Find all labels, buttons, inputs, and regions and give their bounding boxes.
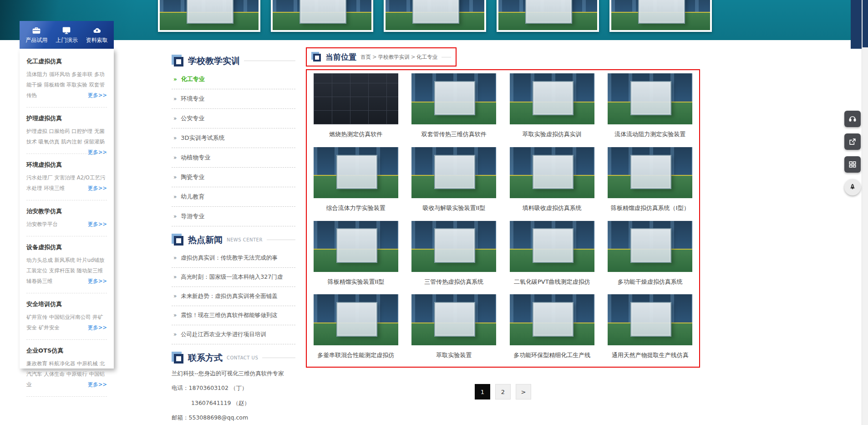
breadcrumb-link[interactable]: 首页 bbox=[360, 54, 371, 60]
more-link[interactable]: 更多>> bbox=[88, 147, 107, 158]
category-links[interactable]: 污水处理厂 灾害治理 A2/O工艺污水处理 环境三维 更多>> bbox=[26, 173, 107, 194]
category-link-text[interactable]: 治安教学平台 bbox=[26, 221, 58, 227]
category-title[interactable]: 企业OTS仿真 bbox=[26, 347, 107, 355]
share-button[interactable] bbox=[844, 133, 861, 150]
category-link-text[interactable]: 护理虚拟 口服给药 口腔护理 无菌技术 吸氧仿真 肌内注射 保留灌肠 bbox=[26, 128, 105, 145]
product-card[interactable]: 萃取实验虚拟仿真实训 bbox=[503, 71, 601, 145]
banner-thumbnail[interactable] bbox=[609, 0, 712, 32]
more-link[interactable]: 更多>> bbox=[88, 183, 107, 194]
news-item[interactable]: »虚拟仿真实训：传统教学无法完成的事 bbox=[172, 249, 295, 268]
category-links[interactable]: 矿井宣传 中国铝业河南公司 井矿安全 矿井安全 更多>> bbox=[26, 312, 107, 333]
product-caption[interactable]: 多功能环保型精细化工生产线 bbox=[513, 351, 590, 359]
product-image[interactable] bbox=[510, 294, 594, 345]
product-image[interactable] bbox=[411, 221, 496, 272]
scrollbar-thumb[interactable] bbox=[863, 0, 868, 47]
product-card[interactable]: 燃烧热测定仿真软件 bbox=[307, 71, 405, 145]
product-image[interactable] bbox=[411, 73, 496, 124]
product-card[interactable]: 填料吸收虚拟仿真系统 bbox=[503, 145, 601, 219]
category-title[interactable]: 设备虚拟仿真 bbox=[26, 243, 107, 251]
pagination-button[interactable]: 1 bbox=[475, 384, 490, 399]
menu-item[interactable]: »环境专业 bbox=[172, 89, 295, 109]
product-image[interactable] bbox=[510, 147, 594, 198]
banner-thumbnail[interactable] bbox=[384, 0, 486, 32]
product-card[interactable]: 多功能环保型精细化工生产线 bbox=[503, 292, 601, 366]
scrollbar[interactable] bbox=[862, 0, 868, 425]
news-item[interactable]: »未来新趋势：虚拟仿真实训将全面铺盖 bbox=[172, 287, 295, 306]
product-image[interactable] bbox=[314, 221, 398, 272]
product-image[interactable] bbox=[314, 294, 398, 345]
back-to-top-button[interactable] bbox=[844, 179, 861, 195]
product-caption[interactable]: 多功能干燥虚拟仿真系统 bbox=[618, 278, 683, 286]
category-links[interactable]: 廉政教育 科航净化器 中原机械 北汽汽车 人体生命 中原银行 中国铝业 更多>> bbox=[26, 358, 107, 390]
more-link[interactable]: 更多>> bbox=[88, 379, 107, 390]
product-caption[interactable]: 通用天然产物提取生产线仿真 bbox=[612, 351, 689, 359]
category-title[interactable]: 环境虚拟仿真 bbox=[26, 161, 107, 169]
product-image[interactable] bbox=[608, 294, 692, 345]
product-image[interactable] bbox=[608, 221, 692, 272]
product-card[interactable]: 萃取实验装置 bbox=[405, 292, 503, 366]
product-card[interactable]: 多釜串联混合性能测定虚拟仿 bbox=[307, 292, 405, 366]
product-card[interactable]: 通用天然产物提取生产线仿真 bbox=[601, 292, 700, 366]
news-item[interactable]: »高光时刻：国家级一流本科纳入327门虚 bbox=[172, 268, 295, 287]
pagination-button[interactable]: > bbox=[516, 384, 531, 399]
menu-item[interactable]: »公安专业 bbox=[172, 109, 295, 128]
category-title[interactable]: 化工虚拟仿真 bbox=[26, 57, 107, 66]
more-link[interactable]: 更多>> bbox=[88, 323, 107, 333]
category-links[interactable]: 护理虚拟 口服给药 口腔护理 无菌技术 吸氧仿真 肌内注射 保留灌肠 更多>> bbox=[26, 126, 107, 147]
product-caption[interactable]: 筛板精馏实验装置II型 bbox=[327, 278, 384, 286]
product-image[interactable] bbox=[314, 147, 398, 198]
menu-item[interactable]: »幼儿教育 bbox=[172, 187, 295, 207]
product-card[interactable]: 筛板精馏实验装置II型 bbox=[307, 219, 405, 292]
news-item[interactable]: »公司赴江西农业大学进行项目培训 bbox=[172, 325, 295, 344]
news-item[interactable]: »震惊！现在三维仿真软件都能够做到这 bbox=[172, 306, 295, 325]
product-card[interactable]: 二氧化碳PVT曲线测定虚拟仿 bbox=[503, 219, 601, 292]
banner-thumbnail[interactable] bbox=[497, 0, 599, 32]
category-title[interactable]: 安全培训仿真 bbox=[26, 300, 107, 308]
product-image[interactable] bbox=[608, 73, 692, 124]
product-trial-button[interactable]: 产品试用 bbox=[25, 26, 47, 44]
more-link[interactable]: 更多>> bbox=[88, 90, 107, 101]
product-card[interactable]: 流体流动阻力测定实验装置 bbox=[601, 71, 700, 145]
product-image[interactable] bbox=[608, 147, 692, 198]
product-caption[interactable]: 双套管传热三维仿真软件 bbox=[421, 130, 487, 138]
onsite-demo-button[interactable]: 上门演示 bbox=[56, 26, 77, 44]
banner-thumbnail[interactable] bbox=[158, 0, 260, 32]
product-caption[interactable]: 填料吸收虚拟仿真系统 bbox=[523, 204, 582, 212]
category-links[interactable]: 动力头总成 新风系统 叶片ud铺放 工装定位 支撑杆压装 随动架三维 辅卷扬三维… bbox=[26, 255, 107, 287]
product-caption[interactable]: 萃取实验虚拟仿真实训 bbox=[523, 130, 582, 138]
category-links[interactable]: 治安教学平台 更多>> bbox=[26, 219, 107, 230]
product-caption[interactable]: 流体流动阻力测定实验装置 bbox=[614, 130, 685, 138]
product-caption[interactable]: 燃烧热测定仿真软件 bbox=[329, 130, 382, 138]
product-caption[interactable]: 筛板精馏虚拟仿真系统（I型） bbox=[611, 204, 690, 212]
more-link[interactable]: 更多>> bbox=[88, 276, 107, 287]
product-caption[interactable]: 三管传热虚拟仿真系统 bbox=[424, 278, 483, 286]
product-card[interactable]: 综合流体力学实验装置 bbox=[307, 145, 405, 219]
category-title[interactable]: 护理虚拟仿真 bbox=[26, 114, 107, 123]
category-links[interactable]: 流体阻力 循环风动 多釜串联 多功能干燥 筛板精馏 萃取实验 双套管传热 更多>… bbox=[26, 69, 107, 101]
product-image[interactable] bbox=[411, 147, 496, 198]
product-caption[interactable]: 综合流体力学实验装置 bbox=[326, 204, 386, 212]
menu-item[interactable]: »化工专业 bbox=[172, 70, 295, 89]
menu-item[interactable]: »3D实训考试系统 bbox=[172, 128, 295, 148]
panel-button[interactable] bbox=[844, 156, 861, 173]
banner-thumbnail[interactable] bbox=[271, 0, 373, 32]
product-image[interactable] bbox=[510, 73, 594, 124]
menu-item[interactable]: »动植物专业 bbox=[172, 148, 295, 168]
product-card[interactable]: 筛板精馏虚拟仿真系统（I型） bbox=[601, 145, 700, 219]
product-card[interactable]: 吸收与解吸实验装置II型 bbox=[405, 145, 503, 219]
more-link[interactable]: 更多>> bbox=[88, 219, 107, 230]
product-image[interactable] bbox=[411, 294, 496, 345]
request-materials-button[interactable]: 资料索取 bbox=[86, 26, 108, 44]
breadcrumb-link[interactable]: 化工专业 bbox=[416, 54, 437, 60]
category-title[interactable]: 治安教学仿真 bbox=[26, 207, 107, 215]
product-caption[interactable]: 多釜串联混合性能测定虚拟仿 bbox=[317, 351, 394, 359]
product-image[interactable] bbox=[314, 73, 398, 124]
menu-item[interactable]: »导游专业 bbox=[172, 207, 295, 226]
menu-item[interactable]: »陶瓷专业 bbox=[172, 168, 295, 187]
pagination-button[interactable]: 2 bbox=[495, 384, 511, 399]
product-caption[interactable]: 吸收与解吸实验装置II型 bbox=[422, 204, 485, 212]
customer-service-button[interactable] bbox=[844, 111, 861, 127]
product-caption[interactable]: 二氧化碳PVT曲线测定虚拟仿 bbox=[514, 278, 590, 286]
breadcrumb-link[interactable]: 学校教学实训 bbox=[378, 54, 410, 60]
product-caption[interactable]: 萃取实验装置 bbox=[436, 351, 472, 359]
